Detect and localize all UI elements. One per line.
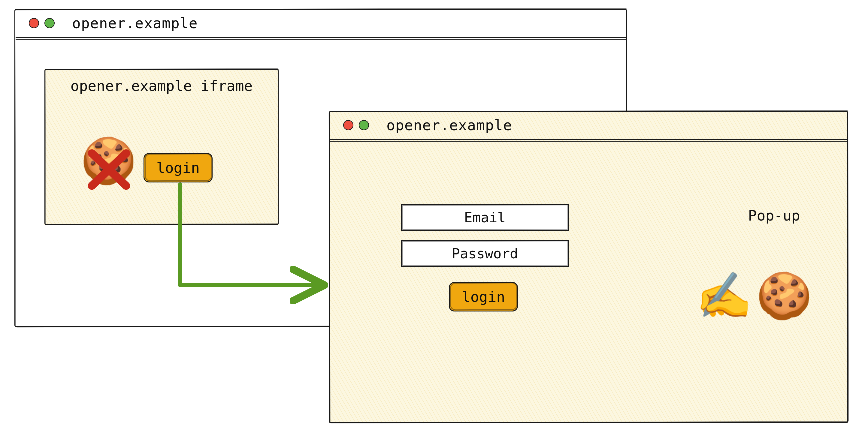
cookie-icon: 🍪 [81, 138, 136, 183]
opener-titlebar: opener.example [14, 9, 627, 37]
maximize-icon[interactable] [44, 18, 55, 28]
iframe-label: opener.example iframe [44, 77, 279, 94]
password-field-label: Password [452, 245, 518, 262]
popup-titlebar: opener.example [329, 111, 848, 139]
popup-title: opener.example [386, 117, 512, 134]
maximize-icon[interactable] [359, 120, 369, 130]
email-field[interactable]: Email [401, 204, 569, 231]
iframe-panel: opener.example iframe 🍪 login [44, 69, 279, 225]
writing-hand-icon: ✍️ [696, 273, 752, 318]
opener-title: opener.example [72, 15, 198, 32]
iframe-login-button-label: login [156, 159, 200, 176]
popup-label: Pop-up [748, 207, 800, 224]
popup-window: opener.example Pop-up Email Password log… [329, 111, 848, 423]
iframe-login-button[interactable]: login [144, 153, 213, 182]
popup-login-button[interactable]: login [449, 282, 518, 311]
email-field-label: Email [464, 209, 506, 226]
close-icon[interactable] [29, 18, 39, 28]
popup-login-button-label: login [462, 288, 505, 305]
close-icon[interactable] [343, 120, 353, 130]
password-field[interactable]: Password [401, 240, 569, 267]
cookie-icon: 🍪 [756, 273, 812, 318]
